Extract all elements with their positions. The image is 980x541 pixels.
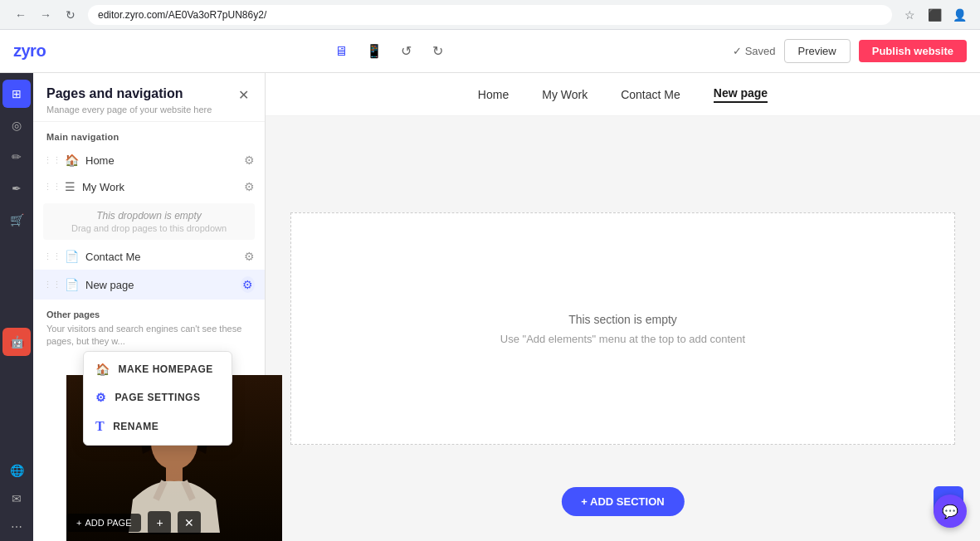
website-content: This section is empty Use "Add elements"… — [266, 116, 980, 541]
video-action-plus[interactable]: + — [148, 511, 171, 534]
robot-icon: 🤖 — [10, 335, 24, 348]
refresh-button[interactable]: ↻ — [60, 4, 81, 26]
sidebar-item-globe[interactable]: 🌐 — [2, 456, 31, 485]
dropdown-empty-title: This dropdown is empty — [53, 210, 245, 222]
sidebar-item-cart[interactable]: 🛒 — [2, 206, 31, 234]
saved-badge: ✓ Saved — [733, 45, 776, 57]
website-nav: Home My Work Contact Me New page — [266, 73, 980, 116]
sidebar-item-mail[interactable]: ✉ — [2, 485, 31, 513]
profile-button[interactable]: 👤 — [948, 4, 970, 26]
header-actions: ✓ Saved Preview Publish website — [733, 39, 967, 63]
other-pages-title: Other pages — [46, 309, 251, 319]
pages-icon: ⊞ — [12, 87, 22, 100]
browser-nav-buttons[interactable]: ← → ↻ — [10, 4, 81, 26]
context-make-homepage[interactable]: 🏠 MAKE HOMEPAGE — [84, 355, 232, 383]
nav-link-home[interactable]: Home — [478, 88, 509, 101]
plus-icon: + — [76, 518, 81, 528]
contactme-page-icon: 📄 — [65, 250, 79, 263]
dropdown-empty-sub: Drag and drop pages to this dropdown — [53, 223, 245, 233]
sidebar-item-pen[interactable]: ✒ — [2, 174, 31, 202]
home-page-name: Home — [85, 154, 244, 167]
contactme-page-name: Contact Me — [85, 251, 244, 263]
svg-rect-2 — [166, 466, 183, 483]
sidebar-item-edit[interactable]: ✏ — [2, 143, 31, 171]
empty-section: This section is empty Use "Add elements"… — [290, 212, 955, 445]
context-page-settings[interactable]: ⚙ PAGE SETTINGS — [84, 383, 232, 412]
undo-button[interactable]: ↺ — [394, 39, 419, 64]
sidebar-item-more[interactable]: ⋯ — [2, 513, 31, 541]
page-settings-icon: ⚙ — [95, 391, 107, 404]
saved-label: Saved — [745, 45, 776, 57]
chat-button[interactable]: 💬 — [934, 495, 967, 528]
publish-button[interactable]: Publish website — [859, 40, 967, 62]
pages-panel-title: Pages and navigation — [46, 86, 251, 101]
sidebar-item-ai[interactable]: 🤖 — [2, 328, 31, 356]
checkmark-icon: ✓ — [733, 45, 742, 57]
video-overlay: + ADD PAGE + ✕ — [66, 511, 201, 534]
page-item-home[interactable]: ⋮⋮ 🏠 Home ⚙ — [33, 147, 265, 173]
chat-icon: 💬 — [942, 504, 958, 519]
context-rename[interactable]: T RENAME — [84, 412, 232, 441]
more-icon: ⋯ — [11, 520, 22, 534]
video-action-x[interactable]: ✕ — [178, 511, 201, 534]
drag-handle[interactable]: ⋮⋮ — [43, 280, 61, 290]
drag-handle[interactable]: ⋮⋮ — [43, 155, 61, 166]
back-button[interactable]: ← — [10, 4, 32, 26]
home-settings-icon[interactable]: ⚙ — [244, 154, 255, 167]
mywork-page-name: My Work — [82, 181, 244, 193]
newpage-settings-icon[interactable]: ⚙ — [241, 276, 255, 293]
nav-link-newpage[interactable]: New page — [714, 86, 768, 103]
app-logo: zyro — [13, 41, 46, 61]
globe-icon: 🌐 — [10, 464, 24, 477]
rename-icon: T — [95, 419, 105, 434]
pen-icon: ✒ — [12, 182, 22, 195]
page-item-mywork[interactable]: ⋮⋮ ☰ My Work ⚙ — [33, 173, 265, 200]
sidebar-item-pages[interactable]: ⊞ — [2, 80, 31, 108]
design-icon: ◎ — [12, 119, 22, 132]
bookmark-button[interactable]: ☆ — [899, 4, 920, 26]
newpage-page-name: New page — [85, 279, 241, 291]
website-frame: Home My Work Contact Me New page This se… — [266, 73, 980, 541]
add-section-button[interactable]: + ADD SECTION — [561, 487, 684, 516]
page-item-contactme[interactable]: ⋮⋮ 📄 Contact Me ⚙ — [33, 243, 265, 270]
sidebar-item-design[interactable]: ◎ — [2, 111, 31, 139]
preview-area: Home My Work Contact Me New page This se… — [266, 73, 980, 541]
drag-handle[interactable]: ⋮⋮ — [43, 251, 61, 262]
header-center: 🖥 📱 ↺ ↻ — [328, 38, 451, 65]
mywork-settings-icon[interactable]: ⚙ — [244, 180, 255, 193]
pages-panel-header: Pages and navigation Manage every page o… — [33, 73, 265, 122]
desktop-view-button[interactable]: 🖥 — [328, 38, 354, 65]
close-panel-button[interactable]: ✕ — [233, 85, 253, 105]
context-menu: 🏠 MAKE HOMEPAGE ⚙ PAGE SETTINGS T RENAME — [83, 351, 232, 446]
newpage-page-icon: 📄 — [65, 278, 79, 291]
mywork-page-icon: ☰ — [65, 180, 76, 193]
edit-icon: ✏ — [12, 150, 22, 163]
url-text: editor.zyro.com/AE0Va3oR7pUN86y2/ — [98, 9, 266, 21]
main-layout: ⊞ ◎ ✏ ✒ 🛒 🤖 🌐 ✉ ⋯ — [0, 73, 980, 541]
add-page-bottom-button[interactable]: + ADD PAGE — [66, 514, 141, 532]
sidebar-bottom: 🌐 ✉ ⋯ — [2, 456, 31, 541]
address-bar[interactable]: editor.zyro.com/AE0Va3oR7pUN86y2/ — [88, 5, 892, 25]
contactme-settings-icon[interactable]: ⚙ — [244, 250, 255, 263]
nav-link-mywork[interactable]: My Work — [542, 88, 588, 101]
page-item-newpage[interactable]: ⋮⋮ 📄 New page ⚙ — [33, 270, 265, 300]
preview-button[interactable]: Preview — [784, 39, 851, 63]
nav-link-contactme[interactable]: Contact Me — [621, 88, 680, 101]
app-header: zyro 🖥 📱 ↺ ↻ ✓ Saved Preview Publish web… — [0, 30, 980, 73]
extensions-button[interactable]: ⬛ — [924, 4, 945, 26]
redo-button[interactable]: ↻ — [426, 39, 451, 64]
drag-handle[interactable]: ⋮⋮ — [43, 182, 61, 193]
pages-panel-subtitle: Manage every page of your website here — [46, 105, 251, 115]
empty-section-sub: Use "Add elements" menu at the top to ad… — [500, 333, 745, 345]
mobile-view-button[interactable]: 📱 — [361, 38, 388, 65]
main-nav-label: Main navigation — [33, 122, 265, 147]
dropdown-empty: This dropdown is empty Drag and drop pag… — [43, 203, 255, 240]
rename-label: RENAME — [113, 421, 158, 432]
forward-button[interactable]: → — [35, 4, 56, 26]
other-pages-desc: Your visitors and search engines can't s… — [46, 323, 251, 348]
pages-panel: Pages and navigation Manage every page o… — [33, 73, 266, 541]
make-homepage-label: MAKE HOMEPAGE — [119, 363, 213, 375]
mail-icon: ✉ — [12, 492, 22, 505]
make-homepage-icon: 🏠 — [95, 363, 110, 376]
other-pages-section: Other pages Your visitors and search eng… — [33, 300, 265, 358]
